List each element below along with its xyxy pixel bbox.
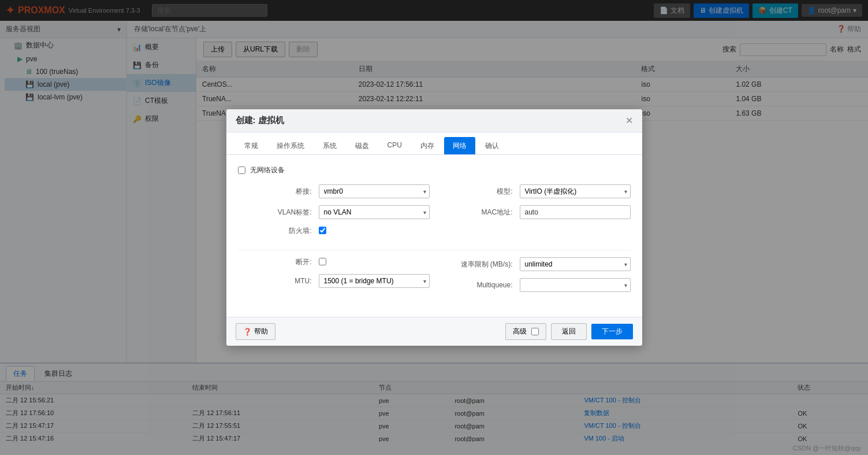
- vlan-field: no VLAN: [319, 205, 430, 219]
- rate-row: 速率限制 (MB/s): unlimited: [439, 257, 631, 271]
- dialog-help-button[interactable]: ❓ 帮助: [236, 323, 275, 340]
- rate-select[interactable]: unlimited: [520, 257, 631, 271]
- dialog-tab-CPU[interactable]: CPU: [379, 137, 411, 154]
- no-network-row: 无网络设备: [238, 165, 631, 175]
- disconnect-checkbox[interactable]: [319, 258, 326, 265]
- advanced-checkbox[interactable]: [531, 328, 539, 335]
- advanced-button[interactable]: 高级: [505, 323, 546, 340]
- next-button[interactable]: 下一步: [591, 324, 633, 339]
- firewall-field: [319, 227, 430, 236]
- dialog-tabs: 常规操作系统系统磁盘CPU内存网络确认: [226, 132, 642, 155]
- help-question-icon: ❓: [243, 328, 252, 336]
- rate-label: 速率限制 (MB/s):: [439, 260, 520, 269]
- dialog-close-button[interactable]: ✕: [625, 115, 633, 126]
- bridge-select[interactable]: vmbr0: [319, 184, 430, 198]
- form-col-left: 桥接: vmbr0 VLAN标签: no VLAN: [238, 184, 430, 243]
- section-divider: [238, 250, 631, 250]
- dialog-tab-常规[interactable]: 常规: [236, 137, 267, 154]
- mtu-select[interactable]: 1500 (1 = bridge MTU): [319, 274, 430, 288]
- rate-field: unlimited: [520, 257, 631, 271]
- mtu-field: 1500 (1 = bridge MTU): [319, 274, 430, 288]
- mac-input[interactable]: [520, 205, 631, 219]
- firewall-row: 防火墙:: [238, 226, 430, 236]
- network-form-cols: 桥接: vmbr0 VLAN标签: no VLAN: [238, 184, 631, 243]
- dialog-overlay: 创建: 虚拟机 ✕ 常规操作系统系统磁盘CPU内存网络确认 无网络设备 桥接: …: [0, 0, 868, 455]
- no-network-checkbox[interactable]: [238, 167, 245, 174]
- create-vm-dialog: 创建: 虚拟机 ✕ 常规操作系统系统磁盘CPU内存网络确认 无网络设备 桥接: …: [226, 109, 642, 346]
- model-row: 模型: VirtIO (半虚拟化): [439, 184, 631, 198]
- multiqueue-row: Multiqueue:: [439, 278, 631, 292]
- dialog-right-actions: 高级 返回 下一步: [505, 323, 633, 340]
- dialog-tab-磁盘[interactable]: 磁盘: [347, 137, 378, 154]
- dialog-tab-网络[interactable]: 网络: [444, 137, 475, 154]
- disconnect-label: 断开:: [238, 257, 319, 267]
- mtu-row: MTU: 1500 (1 = bridge MTU): [238, 274, 430, 288]
- mtu-label: MTU:: [238, 277, 319, 285]
- disconnect-row: 断开:: [238, 257, 430, 267]
- form-col-left-2: 断开: MTU: 1500 (1 = bridge MTU): [238, 257, 430, 299]
- firewall-label: 防火墙:: [238, 226, 319, 236]
- model-label: 模型:: [439, 187, 520, 197]
- network-form-cols-2: 断开: MTU: 1500 (1 = bridge MTU): [238, 257, 631, 299]
- mac-row: MAC地址:: [439, 205, 631, 219]
- vlan-label: VLAN标签:: [238, 208, 319, 217]
- multiqueue-field: [520, 278, 631, 292]
- dialog-tab-内存[interactable]: 内存: [412, 137, 443, 154]
- dialog-header: 创建: 虚拟机 ✕: [226, 109, 642, 132]
- back-button[interactable]: 返回: [551, 323, 587, 340]
- form-col-right: 模型: VirtIO (半虚拟化) MAC地址:: [439, 184, 631, 243]
- bridge-row: 桥接: vmbr0: [238, 184, 430, 198]
- dialog-title: 创建: 虚拟机: [236, 115, 284, 126]
- model-field: VirtIO (半虚拟化): [520, 184, 631, 198]
- bridge-field: vmbr0: [319, 184, 430, 198]
- dialog-tab-系统[interactable]: 系统: [314, 137, 345, 154]
- multiqueue-label: Multiqueue:: [439, 281, 520, 289]
- firewall-checkbox[interactable]: [319, 227, 326, 234]
- dialog-tab-操作系统[interactable]: 操作系统: [268, 137, 313, 154]
- mac-field: [520, 205, 631, 219]
- disconnect-field: [319, 258, 430, 267]
- no-network-label: 无网络设备: [250, 165, 285, 175]
- dialog-tab-确认[interactable]: 确认: [476, 137, 508, 154]
- dialog-footer: ❓ 帮助 高级 返回 下一步: [226, 317, 642, 346]
- vlan-select[interactable]: no VLAN: [319, 205, 430, 219]
- mac-label: MAC地址:: [439, 208, 520, 217]
- model-select[interactable]: VirtIO (半虚拟化): [520, 184, 631, 198]
- vlan-row: VLAN标签: no VLAN: [238, 205, 430, 219]
- bridge-label: 桥接:: [238, 187, 319, 197]
- form-col-right-2: 速率限制 (MB/s): unlimited Multiqueue:: [439, 257, 631, 299]
- dialog-body: 无网络设备 桥接: vmbr0 VLAN标签:: [226, 155, 642, 317]
- multiqueue-select[interactable]: [520, 278, 631, 292]
